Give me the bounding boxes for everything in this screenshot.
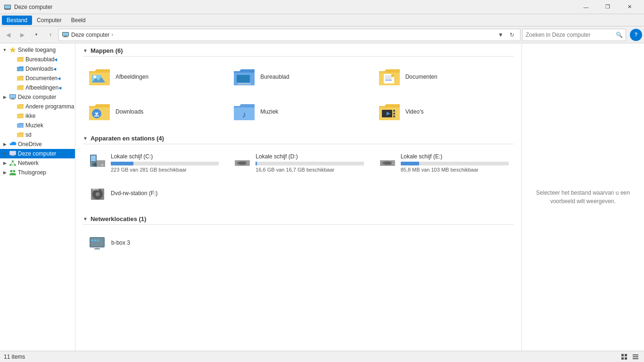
bureaublad-icon xyxy=(233,66,256,88)
address-bar[interactable]: Deze computer › ▼ ↻ xyxy=(58,29,520,41)
downloads-folder-icon: ↓ xyxy=(17,65,24,73)
muziek-label: Muziek xyxy=(25,122,43,129)
close-button[interactable]: ✕ xyxy=(619,0,640,14)
netwerk-expand-icon[interactable]: ▼ xyxy=(83,216,88,222)
search-box[interactable]: 🔍 xyxy=(522,29,626,41)
drive-e-bar-fill xyxy=(401,162,419,165)
drive-c-icon xyxy=(88,154,107,173)
svg-rect-84 xyxy=(94,248,100,249)
drive-e-name: Lokale schijf (E:) xyxy=(401,153,509,160)
up-button[interactable]: ↑ xyxy=(44,29,57,41)
dropdown-button[interactable]: ▼ xyxy=(30,29,42,41)
sidebar-item-muziek[interactable]: Muziek xyxy=(0,121,75,130)
svg-point-66 xyxy=(101,164,103,166)
search-input[interactable] xyxy=(526,32,616,38)
sidebar-item-deze-computer[interactable]: ▶ Deze computer xyxy=(0,92,75,102)
afbeeldingen-pin: ◀ xyxy=(58,86,61,90)
documenten-folder-icon xyxy=(17,74,24,82)
sidebar-item-netwerk[interactable]: ▶ Netwerk xyxy=(0,158,75,168)
drive-c[interactable]: Lokale schijf (C:) 223 GB van 281 GB bes… xyxy=(83,149,224,177)
sidebar-item-bureaublad[interactable]: Bureaublad ◀ xyxy=(0,55,75,64)
svg-rect-88 xyxy=(625,357,627,360)
svg-point-77 xyxy=(96,192,99,196)
address-bar-end: ▼ ↻ xyxy=(495,30,517,40)
forward-button[interactable]: ▶ xyxy=(16,29,28,41)
minimize-button[interactable]: — xyxy=(575,0,597,14)
svg-rect-7 xyxy=(63,37,68,37)
sidebar-item-snelle-toegang[interactable]: ▼ Snelle toegang xyxy=(0,45,75,55)
snelle-toegang-icon xyxy=(9,46,17,54)
menu-bestand[interactable]: Bestand xyxy=(2,16,32,25)
svg-rect-19 xyxy=(17,115,24,118)
drive-d-size: 16,6 GB van 16,7 GB beschikbaar xyxy=(256,167,363,173)
bureaublad-folder-icon xyxy=(17,56,24,63)
view-list-button[interactable] xyxy=(631,352,640,362)
sd-label: sd xyxy=(25,132,32,138)
drive-f-icon: DVD xyxy=(88,185,107,204)
svg-rect-39 xyxy=(237,75,250,82)
sidebar-item-documenten[interactable]: Documenten ◀ xyxy=(0,74,75,83)
folder-muziek[interactable]: ♪ Muziek xyxy=(228,96,369,127)
folder-afbeeldingen[interactable]: Afbeeldingen xyxy=(83,61,224,92)
network-item-bbox3[interactable]: b-box 3 xyxy=(83,230,224,256)
videos-item-label: Video's xyxy=(405,108,424,115)
svg-line-29 xyxy=(10,161,13,165)
afbeeldingen-label: Afbeeldingen xyxy=(25,84,58,91)
refresh-button[interactable]: ↻ xyxy=(507,30,517,40)
preview-text: Selecteer het bestand waarvan u een voor… xyxy=(531,189,635,206)
drive-f-name: Dvd-rw-station (F:) xyxy=(111,190,219,197)
svg-rect-59 xyxy=(393,115,395,117)
back-button[interactable]: ◀ xyxy=(2,29,14,41)
maximize-button[interactable]: ❐ xyxy=(597,0,619,14)
apparaten-header: ▼ Apparaten en stations (4) xyxy=(83,135,514,144)
drive-c-name: Lokale schijf (C:) xyxy=(111,153,219,160)
documenten-pin: ◀ xyxy=(58,76,60,81)
sidebar-item-sd[interactable]: sd xyxy=(0,130,75,140)
sidebar-item-ikke[interactable]: ikke xyxy=(0,111,75,121)
search-button[interactable]: 🔍 xyxy=(616,32,623,38)
sidebar-item-thuisgroep[interactable]: ▶ Thuisgroep xyxy=(0,168,75,177)
sidebar-item-afbeeldingen[interactable]: Afbeeldingen ◀ xyxy=(0,83,75,92)
sidebar-item-downloads[interactable]: ↓ Downloads ◀ xyxy=(0,64,75,74)
apparaten-expand-icon[interactable]: ▼ xyxy=(83,136,88,141)
svg-rect-5 xyxy=(63,33,68,36)
folder-videos[interactable]: Video's xyxy=(373,96,514,127)
mappen-expand-icon[interactable]: ▼ xyxy=(83,48,88,53)
svg-rect-25 xyxy=(10,156,15,156)
muziek-item-label: Muziek xyxy=(260,108,278,115)
folder-downloads[interactable]: Downloads xyxy=(83,96,224,127)
drive-e-size: 85,8 MB van 103 MB beschikbaar xyxy=(401,167,509,173)
expand-placeholder xyxy=(9,85,15,90)
folder-bureaublad[interactable]: Bureaublad xyxy=(228,61,369,92)
drive-c-bar-fill xyxy=(111,162,133,165)
svg-rect-3 xyxy=(5,9,10,10)
svg-point-37 xyxy=(93,75,96,78)
sidebar-item-andere-programma[interactable]: Andere programma xyxy=(0,102,75,111)
drive-f-info: Dvd-rw-station (F:) xyxy=(111,190,219,198)
sidebar-item-deze-computer-main[interactable]: ▼ Deze computer xyxy=(0,149,75,158)
documenten-label: Documenten xyxy=(25,75,58,82)
folder-documenten[interactable]: Documenten xyxy=(373,61,514,92)
drive-d[interactable]: Lokale schijf (D:) 16,6 GB van 16,7 GB b… xyxy=(228,149,369,177)
menu-beeld[interactable]: Beeld xyxy=(66,16,91,25)
drive-c-bar-bg xyxy=(111,162,219,165)
drive-f[interactable]: DVD Dvd-rw-station (F:) xyxy=(83,181,224,208)
help-button[interactable]: ? xyxy=(630,29,642,41)
drive-d-name: Lokale schijf (D:) xyxy=(256,153,363,160)
svg-rect-13 xyxy=(17,86,24,90)
sidebar-item-onedrive[interactable]: ▶ OneDrive xyxy=(0,140,75,149)
svg-point-69 xyxy=(239,162,246,164)
address-dropdown-button[interactable]: ▼ xyxy=(495,30,506,40)
network-grid: b-box 3 xyxy=(83,230,514,256)
drive-e[interactable]: Lokale schijf (E:) 85,8 MB van 103 MB be… xyxy=(373,149,514,177)
downloads-icon xyxy=(88,100,111,123)
window-title: Deze computer xyxy=(14,4,52,10)
view-grid-button[interactable] xyxy=(619,352,629,362)
apparaten-section: ▼ Apparaten en stations (4) xyxy=(83,135,514,208)
svg-rect-12 xyxy=(17,77,24,81)
thuisgroep-label: Thuisgroep xyxy=(18,169,46,176)
svg-rect-65 xyxy=(97,160,105,167)
svg-rect-1 xyxy=(5,5,10,8)
menu-computer[interactable]: Computer xyxy=(32,16,66,25)
sidebar: ▼ Snelle toegang Bureaublad ◀ ↓ Dow xyxy=(0,43,75,351)
